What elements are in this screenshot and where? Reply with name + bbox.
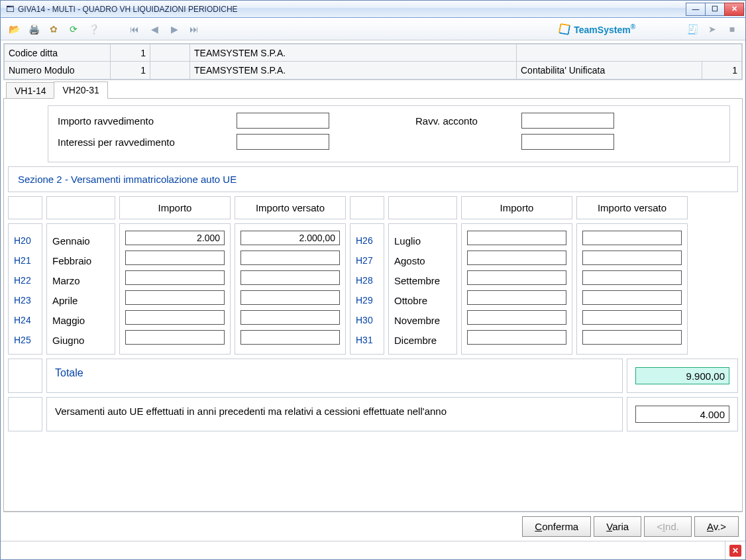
pdf-icon[interactable]: 🧾	[683, 21, 702, 38]
importo-versato-input[interactable]	[240, 231, 340, 245]
row-month: Agosto	[394, 251, 451, 270]
importo-versato-input[interactable]	[240, 310, 340, 325]
codice-ditta-value: 1	[111, 44, 150, 62]
importo-ravvedimento-label: Importo ravvedimento	[58, 115, 223, 127]
contabilita-label: Contabilita' Unificata	[517, 62, 702, 79]
col-versato-r: Importo versato	[576, 196, 688, 219]
next-icon[interactable]: ▶	[165, 21, 184, 38]
importo-versato-input[interactable]	[582, 290, 682, 305]
importo-versato-input[interactable]	[582, 310, 682, 325]
tab-vh20-31[interactable]: VH20-31	[54, 82, 107, 99]
importo-versato-input[interactable]	[582, 270, 682, 285]
row-code: H31	[356, 330, 378, 350]
importo-versato-input[interactable]	[240, 290, 340, 305]
importo-input[interactable]	[467, 251, 566, 265]
row-code: H26	[356, 231, 378, 251]
importo-ravvedimento-input[interactable]	[237, 113, 329, 129]
row-month: Ottobre	[394, 290, 451, 310]
row-month: Novembre	[394, 310, 451, 330]
importo-input[interactable]	[467, 290, 566, 305]
tab-vh1-14[interactable]: VH1-14	[6, 82, 54, 99]
open-icon[interactable]: 📂	[5, 21, 23, 38]
totale-label: Totale	[55, 367, 83, 378]
row-code: H20	[14, 231, 36, 251]
importo-versato-input[interactable]	[582, 330, 682, 345]
importo-input[interactable]	[467, 270, 566, 285]
ravvedimento-panel: Importo ravvedimento Ravv. acconto Inter…	[48, 105, 730, 162]
stop-icon[interactable]: ■	[723, 21, 741, 38]
ravv-acconto-input[interactable]	[521, 113, 614, 129]
conferma-button[interactable]: Conferma	[522, 516, 591, 537]
export-icon[interactable]: ➤	[703, 21, 721, 38]
row-code: H28	[356, 270, 378, 290]
row-code: H22	[14, 270, 36, 290]
section2-title: Sezione 2 - Versamenti immatricolazione …	[8, 166, 738, 192]
importo-input[interactable]	[125, 330, 225, 345]
settings-icon[interactable]: ✿	[44, 21, 63, 38]
importo-input[interactable]	[125, 270, 225, 285]
varia-button[interactable]: Varia	[594, 516, 641, 537]
status-close-icon[interactable]: ✕	[729, 545, 741, 557]
ravv-acconto2-input[interactable]	[521, 134, 614, 150]
row-month: Dicembre	[394, 330, 451, 350]
col-versato-l: Importo versato	[235, 196, 346, 219]
row-month: Maggio	[52, 310, 109, 330]
importo-versato-input[interactable]	[582, 231, 682, 245]
row-code: H30	[356, 310, 378, 330]
importo-input[interactable]	[467, 310, 566, 325]
row-month: Marzo	[52, 270, 109, 290]
brand-label: TeamSystem®	[559, 23, 635, 35]
prev-icon[interactable]: ◀	[145, 21, 164, 38]
status-bar: ✕	[1, 541, 745, 559]
importo-input[interactable]	[125, 251, 225, 265]
contabilita-value: 1	[702, 62, 741, 79]
print-icon[interactable]: 🖨️	[25, 21, 43, 38]
window-title: GIVA14 - MULTI - QUADRO VH LIQUIDAZIONI …	[18, 5, 238, 14]
last-icon[interactable]: ⏭	[185, 21, 203, 38]
importo-versato-input[interactable]	[582, 251, 682, 265]
row-month: Giugno	[52, 330, 109, 350]
app-window: 🗔 GIVA14 - MULTI - QUADRO VH LIQUIDAZION…	[0, 0, 746, 560]
row-month: Gennaio	[52, 231, 109, 251]
first-icon[interactable]: ⏮	[125, 21, 144, 38]
minimize-button[interactable]: —	[686, 3, 706, 16]
importo-input[interactable]	[125, 310, 225, 325]
close-button[interactable]: ✕	[724, 3, 744, 16]
row-month: Luglio	[394, 231, 451, 251]
row-month: Aprile	[52, 290, 109, 310]
importo-input[interactable]	[467, 231, 566, 245]
toolbar: 📂 🖨️ ✿ ⟳ ❔ ⏮ ◀ ▶ ⏭ TeamSystem® 🧾 ➤ ■	[1, 18, 745, 40]
numero-modulo-label: Numero Modulo	[5, 62, 111, 80]
importo-versato-input[interactable]	[240, 251, 340, 265]
row-month: Settembre	[394, 270, 451, 290]
importo-versato-input[interactable]	[240, 330, 340, 345]
note-text: Versamenti auto UE effettuati in anni pr…	[46, 397, 623, 431]
row-code: H25	[14, 330, 36, 350]
interessi-ravvedimento-label: Interessi per ravvedimento	[58, 137, 223, 148]
importo-versato-input[interactable]	[240, 270, 340, 285]
help-icon[interactable]: ❔	[84, 21, 103, 38]
grid-header: Importo Importo versato Importo Importo …	[8, 196, 738, 219]
totale-value[interactable]	[635, 367, 729, 384]
button-bar: Conferma Varia <Ind. Av.>	[3, 512, 743, 541]
row-code: H27	[356, 251, 378, 270]
row-code: H21	[14, 251, 36, 270]
importo-input[interactable]	[125, 290, 225, 305]
importo-input[interactable]	[467, 330, 566, 345]
header-form: Codice ditta 1 TEAMSYSTEM S.P.A. Numero …	[3, 43, 743, 80]
importo-input[interactable]	[125, 231, 225, 245]
col-importo-l: Importo	[119, 196, 231, 219]
row-month: Febbraio	[52, 251, 109, 270]
row-code: H23	[14, 290, 36, 310]
refresh-icon[interactable]: ⟳	[64, 21, 83, 38]
interessi-ravvedimento-input[interactable]	[237, 134, 329, 150]
maximize-button[interactable]: ☐	[705, 3, 725, 16]
row-code: H24	[14, 310, 36, 330]
codice-ditta-label: Codice ditta	[5, 44, 111, 62]
note-value[interactable]	[635, 406, 729, 423]
ind-button[interactable]: <Ind.	[644, 516, 692, 537]
numero-modulo-value: 1	[111, 62, 150, 80]
av-button[interactable]: Av.>	[694, 516, 739, 537]
col-importo-r: Importo	[461, 196, 572, 219]
azienda2-value: TEAMSYSTEM S.P.A.	[190, 62, 517, 80]
